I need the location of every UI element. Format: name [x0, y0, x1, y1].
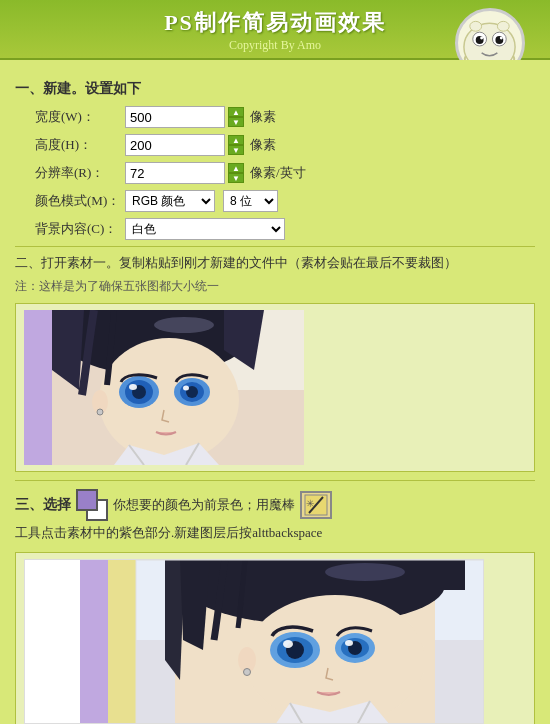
svg-point-25	[154, 317, 214, 333]
height-down[interactable]: ▼	[228, 145, 244, 155]
svg-point-41	[283, 640, 293, 648]
svg-point-37	[245, 595, 425, 724]
resolution-up[interactable]: ▲	[228, 163, 244, 173]
width-label: 宽度(W)：	[35, 108, 125, 126]
section3-mid: 你想要的颜色为前景色；用魔棒	[113, 493, 295, 516]
divider2	[15, 480, 535, 481]
color-mode-select-group: RGB 颜色	[125, 190, 215, 212]
height-input[interactable]	[125, 134, 225, 156]
width-unit: 像素	[250, 108, 535, 126]
svg-point-24	[97, 409, 103, 415]
color-bit-select-group: 8 位	[223, 190, 278, 212]
color-mode-row: 颜色模式(M)： RGB 颜色 8 位	[15, 190, 535, 212]
resolution-label: 分辨率(R)：	[35, 164, 125, 182]
svg-rect-30	[80, 560, 108, 724]
svg-point-47	[244, 669, 251, 676]
svg-point-7	[470, 21, 482, 31]
height-unit: 像素	[250, 136, 535, 154]
svg-text:✳: ✳	[306, 498, 314, 509]
anime-svg-2	[25, 560, 484, 724]
background-label: 背景内容(C)：	[35, 220, 125, 238]
svg-point-5	[480, 36, 483, 39]
background-select-group: 白色	[125, 218, 285, 240]
color-bit-select[interactable]: 8 位	[223, 190, 278, 212]
height-input-group: ▲ ▼	[125, 134, 244, 156]
anime-svg-1	[24, 310, 304, 465]
resolution-unit: 像素/英寸	[250, 164, 535, 182]
height-row: 高度(H)： ▲ ▼ 像素	[15, 134, 535, 156]
svg-rect-31	[108, 560, 136, 724]
svg-point-45	[345, 640, 353, 646]
svg-point-18	[129, 384, 137, 390]
width-spinner[interactable]: ▲ ▼	[228, 107, 244, 127]
section2-note: 注：这样是为了确保五张图都大小统一	[15, 278, 535, 295]
svg-point-22	[183, 385, 189, 390]
resolution-spinner[interactable]: ▲ ▼	[228, 163, 244, 183]
svg-rect-29	[25, 560, 80, 724]
width-down[interactable]: ▼	[228, 117, 244, 127]
resolution-input-group: ▲ ▼	[125, 162, 244, 184]
color-mode-label: 颜色模式(M)：	[35, 192, 125, 210]
height-label: 高度(H)：	[35, 136, 125, 154]
main-content: 一、新建。设置如下 宽度(W)： ▲ ▼ 像素 高度(H)： ▲ ▼ 像素 分辨…	[0, 60, 550, 724]
svg-point-14	[99, 338, 239, 462]
svg-rect-10	[24, 310, 52, 465]
resolution-row: 分辨率(R)： ▲ ▼ 像素/英寸	[15, 162, 535, 184]
color-mode-select[interactable]: RGB 颜色	[125, 190, 215, 212]
foreground-color-box[interactable]	[76, 489, 98, 511]
anime-image-1	[24, 310, 304, 465]
svg-point-8	[497, 21, 509, 31]
svg-point-6	[500, 36, 503, 39]
anime-image-1-container	[15, 303, 535, 472]
anime-image-2-container	[15, 552, 535, 724]
svg-rect-36	[165, 560, 465, 590]
svg-point-48	[325, 563, 405, 581]
divider1	[15, 246, 535, 247]
magic-wand-tool[interactable]: ✳	[300, 491, 332, 519]
height-spinner[interactable]: ▲ ▼	[228, 135, 244, 155]
anime-image-2	[24, 559, 484, 724]
width-input[interactable]	[125, 106, 225, 128]
background-row: 背景内容(C)： 白色	[15, 218, 535, 240]
section1-heading: 一、新建。设置如下	[15, 80, 535, 98]
height-up[interactable]: ▲	[228, 135, 244, 145]
width-up[interactable]: ▲	[228, 107, 244, 117]
section3-prefix: 三、选择	[15, 492, 71, 517]
section2-heading: 二、打开素材一。复制粘贴到刚才新建的文件中（素材会贴在最后不要裁图）	[15, 253, 535, 274]
section3-suffix: 工具点击素材中的紫色部分.新建图层后按alttbackspace	[15, 521, 322, 544]
color-selector-box[interactable]	[76, 489, 108, 521]
width-row: 宽度(W)： ▲ ▼ 像素	[15, 106, 535, 128]
resolution-down[interactable]: ▼	[228, 173, 244, 183]
background-select[interactable]: 白色	[125, 218, 285, 240]
width-input-group: ▲ ▼	[125, 106, 244, 128]
section3-row: 三、选择 你想要的颜色为前景色；用魔棒 ✳ 工具点击素材中的紫色部分.新建图层后…	[15, 489, 535, 544]
resolution-input[interactable]	[125, 162, 225, 184]
